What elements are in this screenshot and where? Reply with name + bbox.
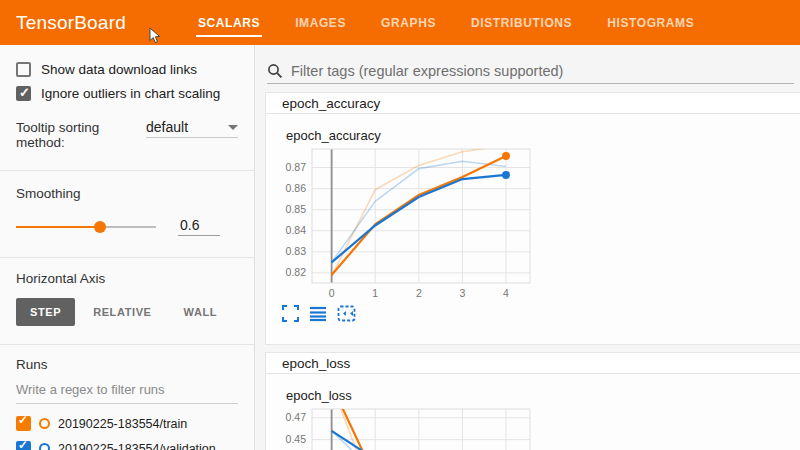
svg-text:0.87: 0.87 — [286, 161, 307, 173]
chart-title: epoch_loss — [286, 388, 800, 403]
svg-text:0: 0 — [329, 287, 335, 299]
smoothing-slider[interactable] — [16, 226, 156, 228]
svg-text:0.82: 0.82 — [286, 266, 307, 278]
chevron-down-icon — [228, 125, 238, 130]
runs-regex-input[interactable]: Write a regex to filter runs — [16, 382, 238, 404]
svg-text:0.47: 0.47 — [286, 411, 307, 423]
tab-histograms[interactable]: HISTOGRAMS — [603, 2, 698, 44]
search-icon — [267, 63, 283, 79]
tooltip-sorting-dropdown[interactable]: default — [146, 119, 238, 138]
app-header: TensorBoard SCALARS IMAGES GRAPHS DISTRI… — [0, 0, 800, 45]
filter-tags-input[interactable]: Filter tags (regular expressions support… — [267, 58, 794, 84]
run-checkbox-icon — [16, 441, 31, 450]
smoothing-value-input[interactable]: 0.6 — [178, 217, 220, 236]
cursor-pointer-icon — [148, 27, 162, 44]
run-name: 20190225-183554/train — [58, 417, 187, 431]
run-color-ring-icon — [39, 443, 50, 450]
fit-domain-icon[interactable] — [337, 305, 356, 322]
epoch-accuracy-chart[interactable]: 0.820.830.840.850.860.8701234 — [268, 143, 548, 303]
epoch-loss-chart[interactable]: 0.370.390.410.430.450.4701234 — [268, 403, 548, 450]
run-color-ring-icon — [39, 418, 50, 429]
checkbox-label: Show data download links — [41, 62, 197, 77]
svg-text:4: 4 — [503, 287, 509, 299]
chart-title: epoch_accuracy — [286, 128, 800, 143]
tag-card-header[interactable]: epoch_accuracy — [266, 93, 800, 114]
svg-text:0.85: 0.85 — [286, 203, 307, 215]
run-row-validation[interactable]: 20190225-183554/validation — [16, 441, 238, 450]
tab-scalars[interactable]: SCALARS — [194, 2, 264, 44]
tag-card-header[interactable]: epoch_loss — [266, 353, 800, 374]
tag-card-epoch-loss: epoch_loss epoch_loss 0.370.390.410.430.… — [265, 352, 800, 450]
tab-images[interactable]: IMAGES — [291, 2, 350, 44]
settings-sidebar: Show data download links Ignore outliers… — [0, 45, 255, 450]
runs-label: Runs — [16, 357, 238, 372]
chart-toolbar — [282, 305, 800, 322]
svg-text:1: 1 — [372, 287, 378, 299]
svg-text:0.83: 0.83 — [286, 245, 307, 257]
svg-text:0.84: 0.84 — [286, 224, 307, 236]
tooltip-sorting-label: Tooltip sorting method: — [16, 120, 138, 150]
horizontal-axis-label: Horizontal Axis — [16, 271, 238, 286]
app-title: TensorBoard — [16, 12, 126, 34]
svg-text:0.45: 0.45 — [286, 433, 307, 445]
slider-thumb[interactable] — [94, 221, 106, 233]
tab-bar: SCALARS IMAGES GRAPHS DISTRIBUTIONS HIST… — [194, 0, 698, 45]
tag-card-epoch-accuracy: epoch_accuracy epoch_accuracy 0.820.830.… — [265, 92, 800, 345]
svg-text:3: 3 — [459, 287, 465, 299]
smoothing-label: Smoothing — [16, 186, 238, 201]
filter-tags-placeholder: Filter tags (regular expressions support… — [291, 63, 563, 79]
log-y-axis-icon[interactable] — [309, 305, 327, 322]
dropdown-value: default — [146, 119, 188, 135]
slider-fill — [16, 226, 100, 228]
tensorboard-app: TensorBoard SCALARS IMAGES GRAPHS DISTRI… — [0, 0, 800, 450]
checkbox-checked-icon — [16, 86, 31, 101]
axis-wall-button[interactable]: WALL — [170, 298, 232, 326]
expand-icon[interactable] — [282, 305, 299, 322]
run-checkbox-icon — [16, 416, 31, 431]
checkbox-unchecked-icon — [16, 62, 31, 77]
tab-distributions[interactable]: DISTRIBUTIONS — [467, 2, 576, 44]
axis-step-button[interactable]: STEP — [16, 298, 75, 326]
svg-text:2: 2 — [416, 287, 422, 299]
svg-text:0.86: 0.86 — [286, 182, 307, 194]
scalars-dashboard: Filter tags (regular expressions support… — [255, 45, 800, 450]
checkbox-label: Ignore outliers in chart scaling — [41, 86, 220, 101]
tab-graphs[interactable]: GRAPHS — [377, 2, 440, 44]
show-download-links-checkbox[interactable]: Show data download links — [16, 62, 238, 77]
run-name: 20190225-183554/validation — [58, 442, 216, 450]
run-row-train[interactable]: 20190225-183554/train — [16, 416, 238, 431]
ignore-outliers-checkbox[interactable]: Ignore outliers in chart scaling — [16, 86, 238, 101]
axis-relative-button[interactable]: RELATIVE — [79, 298, 165, 326]
